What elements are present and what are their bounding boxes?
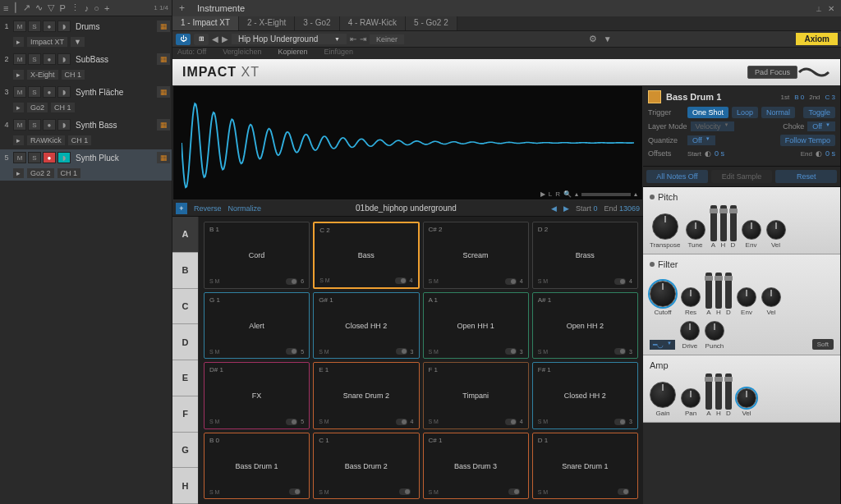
add-instrument-button[interactable]: +	[179, 2, 191, 14]
prev-preset-button[interactable]: ◀	[212, 34, 218, 44]
track-row[interactable]: 4 M S ● ◗ Synth Bass ▦ ▸ RAWKick CH 1	[0, 117, 172, 148]
amp-a-slider[interactable]	[705, 373, 712, 410]
toggle-button[interactable]: Toggle	[803, 107, 835, 118]
channel-select[interactable]: CH 1	[51, 103, 75, 112]
mute-button[interactable]: M	[13, 152, 26, 163]
mute-button[interactable]: M	[13, 119, 26, 131]
tool-icon[interactable]: ▽	[48, 2, 54, 13]
bank-button-d[interactable]: D	[172, 324, 198, 360]
reset-button[interactable]: Reset	[775, 170, 837, 183]
expand-icon[interactable]: ▸	[13, 103, 24, 112]
preset-right-button[interactable]: ⇥	[360, 34, 366, 44]
pin-icon[interactable]: ⟂	[816, 4, 821, 13]
follow-tempo-button[interactable]: Follow Tempo	[780, 135, 835, 146]
amp-vel-knob[interactable]	[737, 388, 756, 408]
monitor-button[interactable]: ◗	[57, 86, 71, 98]
preset-left-button[interactable]: ⇤	[350, 34, 356, 44]
filter-a-slider[interactable]	[705, 273, 712, 309]
tool-icon[interactable]: ⎮	[13, 2, 18, 13]
sample-prev-button[interactable]: ◀	[551, 204, 557, 213]
pitch-h-slider[interactable]	[720, 205, 727, 241]
quantize-select[interactable]: Off	[687, 135, 715, 145]
res-knob[interactable]	[681, 287, 701, 307]
drum-pad[interactable]: E 1 Snare Drum 2 S M 4	[313, 362, 419, 429]
drum-pad[interactable]: D 2 Brass S M 4	[532, 222, 638, 289]
waveform-display[interactable]: ▶ L R 🔍 ▴ ▴	[172, 85, 643, 200]
monitor-button[interactable]: ◗	[57, 53, 71, 65]
power-button[interactable]: ⏻	[176, 34, 191, 45]
instrument-tab[interactable]: 4 - RAW-Kick	[340, 16, 406, 30]
pad-focus-button[interactable]: Pad Focus	[747, 66, 797, 79]
instrument-tab[interactable]: 3 - Go2	[295, 16, 339, 30]
bank-button-b[interactable]: B	[172, 253, 198, 289]
bank-button-e[interactable]: E	[172, 360, 198, 396]
bank-button-g[interactable]: G	[172, 433, 198, 469]
monitor-button[interactable]: ◗	[57, 152, 71, 163]
instrument-icon[interactable]: ▦	[157, 21, 170, 32]
soft-button[interactable]: Soft	[812, 339, 834, 350]
bank-button-h[interactable]: H	[172, 468, 198, 504]
drum-pad[interactable]: F# 1 Closed HH 2 S M 3	[532, 362, 638, 429]
cutoff-knob[interactable]	[650, 281, 676, 307]
plugin-name[interactable]: X-Eight	[27, 70, 58, 80]
instrument-tab[interactable]: 5 - Go2 2	[406, 16, 457, 30]
filter-env-knob[interactable]	[737, 287, 756, 307]
channel-select[interactable]: CH 1	[57, 168, 81, 178]
track-row[interactable]: 5 M S ● ◗ Synth Pluck ▦ ▸ Go2 2 CH 1	[0, 149, 172, 181]
pad-color-swatch[interactable]	[648, 90, 661, 103]
filter-h-slider[interactable]	[715, 273, 722, 309]
expand-icon[interactable]: ▸	[13, 70, 24, 80]
instrument-icon[interactable]: ▦	[157, 53, 170, 65]
mute-button[interactable]: M	[13, 86, 26, 98]
expand-button[interactable]: ⊞	[194, 34, 209, 45]
loop-button[interactable]: Loop	[732, 107, 758, 118]
tune-knob[interactable]	[686, 220, 705, 240]
plugin-name[interactable]: Go2 2	[27, 168, 54, 178]
plugin-name[interactable]: RAWKick	[27, 135, 65, 145]
instrument-tab[interactable]: 1 - Impact XT	[172, 16, 239, 30]
filter-vel-knob[interactable]	[761, 287, 781, 307]
solo-button[interactable]: S	[28, 152, 41, 163]
auto-toggle[interactable]: Auto: Off	[177, 48, 206, 59]
choke-select[interactable]: Off	[807, 121, 835, 131]
mute-button[interactable]: M	[13, 21, 26, 32]
pitch-env-knob[interactable]	[742, 220, 761, 240]
plugin-name[interactable]: Go2	[27, 103, 48, 112]
track-row[interactable]: 1 M S ● ◗ Drums ▦ ▸ Impact XT ▼	[0, 18, 172, 49]
zoom-slider[interactable]	[581, 193, 631, 196]
close-icon[interactable]: ✕	[828, 4, 834, 13]
edit-sample-button[interactable]: Edit Sample	[711, 170, 773, 183]
offset-start-value[interactable]: 0 s	[715, 149, 724, 158]
drum-pad[interactable]: A 1 Open HH 1 S M 3	[423, 292, 529, 360]
drum-pad[interactable]: D 1 Snare Drum 1 S M	[532, 433, 638, 500]
record-button[interactable]: ●	[43, 21, 56, 32]
oneshot-button[interactable]: One Shot	[687, 107, 728, 118]
pitch-d-slider[interactable]	[730, 205, 737, 241]
channel-select[interactable]: CH 1	[68, 135, 92, 145]
preset-select[interactable]: Hip Hop Underground	[232, 34, 347, 44]
tool-icon[interactable]: ♪	[85, 3, 90, 13]
drive-knob[interactable]	[680, 321, 700, 341]
monitor-button[interactable]: ◗	[57, 119, 71, 131]
track-row[interactable]: 3 M S ● ◗ Synth Fläche ▦ ▸ Go2 CH 1	[0, 84, 172, 115]
solo-button[interactable]: S	[28, 119, 41, 131]
tool-icon[interactable]: ○	[94, 3, 99, 13]
bank-button-c[interactable]: C	[172, 289, 198, 325]
drum-pad[interactable]: G# 1 Closed HH 2 S M 3	[313, 292, 419, 360]
amp-d-slider[interactable]	[725, 373, 732, 410]
punch-knob[interactable]	[705, 321, 724, 341]
time-signature[interactable]: 1 1/4	[154, 4, 168, 11]
drum-pad[interactable]: B 0 Bass Drum 1 S M	[204, 433, 310, 500]
compare-button[interactable]: Vergleichen	[223, 48, 261, 59]
gear-icon[interactable]: ⚙	[589, 34, 597, 44]
next-preset-button[interactable]: ▶	[222, 34, 228, 44]
layermode-select[interactable]: Velocity	[691, 121, 734, 131]
drum-pad[interactable]: G 1 Alert S M 5	[204, 292, 310, 360]
normalize-button[interactable]: Normalize	[228, 204, 262, 213]
record-button[interactable]: ●	[43, 53, 56, 65]
all-notes-off-button[interactable]: All Notes Off	[646, 170, 708, 183]
instrument-icon[interactable]: ▦	[157, 119, 170, 131]
expand-icon[interactable]: ▸	[13, 168, 24, 178]
copy-button[interactable]: Kopieren	[278, 48, 307, 59]
sample-next-button[interactable]: ▶	[563, 204, 569, 213]
